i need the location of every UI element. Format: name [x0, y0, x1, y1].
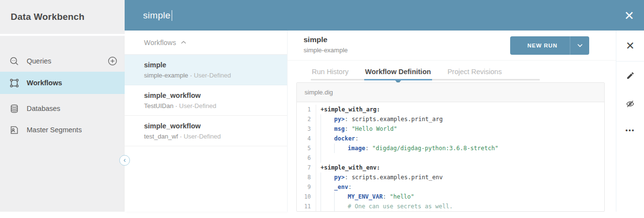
indent-guide [321, 143, 334, 153]
sidebar-item-workflows[interactable]: Workflows [0, 72, 125, 94]
code-line: 5image: "digdag/digdag-python:3.6.8-stre… [297, 143, 604, 153]
pencil-icon [626, 71, 635, 80]
line-number: 3 [297, 124, 316, 134]
workflow-meta: simple-example · User-Defined [144, 72, 279, 79]
code-content: +simple_with_env: [316, 163, 380, 172]
workflow-list-item[interactable]: simple_workflow test_dan_wf · User-Defin… [125, 116, 287, 146]
master-segments-icon [8, 124, 20, 136]
code-token: +simple_with_arg: [321, 105, 380, 114]
workflow-type: User-Defined [194, 72, 231, 79]
workflow-definition-card: simple.dig 1+simple_with_arg:2py>: scrip… [296, 82, 605, 212]
code-content: docker: [316, 134, 359, 143]
data-workbench-app: Data Workbench Queries [0, 0, 644, 218]
code-content: MY_ENV_VAR: "hello" [316, 192, 414, 202]
sidebar-item-databases[interactable]: Databases [0, 98, 125, 119]
sidebar-item-label: Databases [27, 105, 60, 112]
workflow-type: User-Defined [179, 102, 216, 109]
line-number: 7 [297, 163, 316, 172]
code-token: : [345, 114, 352, 124]
code-token: MY_ENV_VAR [348, 192, 383, 202]
results-group-header[interactable]: Workflows [125, 31, 287, 55]
tab-workflow-definition[interactable]: Workflow Definition [364, 64, 432, 80]
edit-workflow-button[interactable] [616, 62, 644, 90]
line-number: 10 [297, 192, 316, 202]
code-content: _env: [316, 182, 352, 192]
code-token: image [348, 143, 365, 153]
code-file-header: simple.dig [297, 83, 604, 102]
code-file-name: simple.dig [305, 89, 333, 96]
sidebar-item-label: Workflows [27, 79, 62, 87]
detail-title: simple [304, 35, 327, 44]
indent-guide [334, 192, 348, 202]
line-number: 4 [297, 134, 316, 143]
search-close-icon[interactable]: ✕ [622, 7, 636, 23]
code-line: 11# One can use secrets as well. [297, 202, 604, 211]
indent-guide [321, 134, 334, 143]
sidebar-item-master-segments[interactable]: Master Segments [0, 119, 125, 140]
project-name: simple-example [144, 72, 188, 79]
code-token: scripts.examples.print_arg [352, 114, 443, 124]
line-number: 9 [297, 182, 316, 192]
new-run-button[interactable]: NEW RUN [510, 36, 589, 55]
results-group-label: Workflows [144, 39, 176, 47]
new-run-dropdown[interactable] [570, 36, 589, 55]
indent-guide [321, 124, 334, 134]
workflow-list-item[interactable]: simple_workflow TestUIDan · User-Defined [125, 85, 287, 116]
code-line: 10MY_ENV_VAR: "hello" [297, 192, 604, 202]
code-token: py> [334, 114, 345, 124]
code-content: py>: scripts.examples.print_env [316, 172, 443, 182]
chevron-down-icon [577, 44, 583, 47]
line-number: 11 [297, 202, 316, 211]
chevron-up-icon [181, 41, 186, 44]
more-actions-button[interactable]: ••• [616, 118, 644, 146]
sidebar: Queries Workflows [0, 36, 125, 212]
code-lines: 1+simple_with_arg:2py>: scripts.examples… [297, 105, 604, 211]
app-title: Data Workbench [11, 12, 84, 22]
databases-icon [8, 103, 20, 114]
code-token: scripts.examples.print_env [352, 172, 443, 182]
workflows-icon [8, 77, 20, 89]
code-token: msg [334, 124, 345, 134]
workflow-name: simple_workflow [144, 92, 279, 99]
hide-visibility-button[interactable] [616, 90, 644, 118]
tab-project-revisions[interactable]: Project Revisions [447, 64, 503, 80]
code-line: 4docker: [297, 134, 604, 143]
text-cursor [172, 10, 173, 21]
code-editor[interactable]: 1+simple_with_arg:2py>: scripts.examples… [297, 102, 604, 211]
close-detail-button[interactable]: ✕ [616, 31, 644, 62]
workflow-name: simple_workflow [144, 122, 279, 130]
workflow-detail-panel: simple simple-example NEW RUN Run Histor… [287, 31, 616, 212]
code-line: 6 [297, 153, 604, 163]
indent-guide [321, 192, 334, 202]
sidebar-item-queries[interactable]: Queries [0, 50, 125, 72]
meta-separator: · [190, 72, 192, 79]
code-token: "hello" [390, 192, 415, 202]
code-token: : [345, 172, 352, 182]
code-token: : [365, 143, 372, 153]
search-input-value[interactable]: simple [143, 10, 171, 21]
code-token: : [345, 124, 352, 134]
workflow-meta: TestUIDan · User-Defined [144, 102, 279, 109]
add-query-button[interactable] [108, 56, 117, 66]
project-name: test_dan_wf [144, 133, 178, 140]
detail-header: simple simple-example NEW RUN [288, 31, 616, 61]
code-token: py> [334, 172, 345, 182]
line-number: 1 [297, 105, 316, 114]
code-token: : [355, 134, 358, 143]
code-token: : [383, 192, 389, 202]
code-line: 7+simple_with_env: [297, 163, 604, 172]
code-line: 8py>: scripts.examples.print_env [297, 172, 604, 182]
workflow-list-item[interactable]: simple simple-example · User-Defined [125, 55, 287, 85]
indent-guide [334, 143, 348, 153]
tab-run-history[interactable]: Run History [311, 64, 350, 80]
indent-guide [321, 172, 334, 182]
workflow-results-panel: Workflows simple simple-example · User-D… [125, 31, 287, 212]
code-line: 9_env: [297, 182, 604, 192]
code-content: +simple_with_arg: [316, 105, 380, 114]
global-search-bar[interactable]: simple ✕ [125, 0, 644, 31]
sidebar-item-label: Master Segments [27, 126, 82, 134]
code-line: 3msg: "Hello World" [297, 124, 604, 134]
collapse-panel-button[interactable]: ‹ [119, 155, 130, 166]
indent-guide [321, 153, 334, 163]
code-content: image: "digdag/digdag-python:3.6.8-stret… [316, 143, 499, 153]
